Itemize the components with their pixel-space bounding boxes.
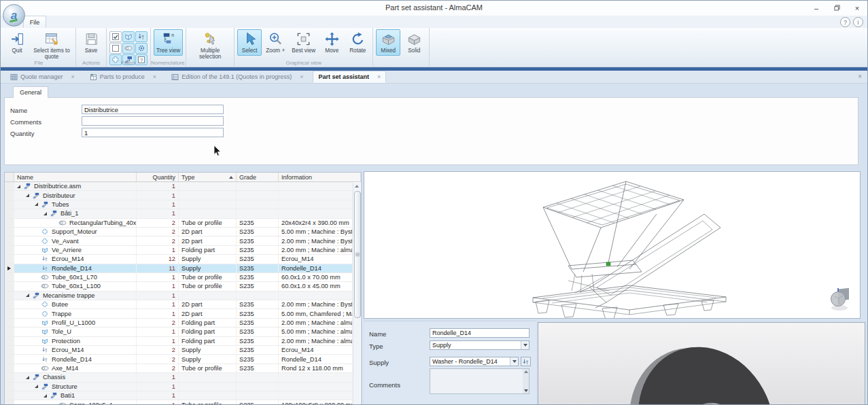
table-row-bati1[interactable]: Bati11 (5, 391, 353, 400)
table-row-tubes[interactable]: Tubes1 (5, 200, 353, 209)
ribbon-button-best-view[interactable]: Best view (289, 29, 318, 56)
ribbon-button-quit[interactable]: Quit (5, 29, 29, 56)
table-row-tube-60x1-l100[interactable]: Tube_60x1_L1001Tube or profileS23560.0x1… (5, 282, 353, 291)
expand-icon[interactable] (26, 294, 29, 297)
table-row-carre-100x5-1[interactable]: Carre_100x5_11Tube or profileS235100x100… (5, 400, 353, 405)
table-row-butee[interactable]: Butee12D partS2352.00 mm ; Machine : Bys… (5, 300, 353, 309)
type-select[interactable]: Supply (430, 340, 530, 350)
table-row-structure[interactable]: Structure1 (5, 383, 353, 391)
sort-ascending-icon (229, 176, 233, 179)
ribbon-button-select[interactable]: Select (237, 29, 262, 56)
ribbon-button-solid[interactable]: Solid (402, 29, 426, 56)
expand-icon[interactable] (35, 385, 38, 388)
app-logo[interactable]: a (3, 4, 25, 27)
comments-textarea[interactable] (430, 368, 530, 394)
filter-toggle-check-on[interactable] (109, 31, 122, 42)
column-header-grade[interactable]: Grade (237, 173, 279, 181)
tab-quote-manager[interactable]: Quote manager× (5, 71, 80, 83)
comments-field[interactable] (82, 116, 224, 126)
folding-part-icon (41, 328, 49, 335)
table-row-ecrou-m14[interactable]: Ecrou_M1412SupplyS235Ecrou_M14 (5, 255, 353, 264)
tabstrip-close-button[interactable]: × (858, 73, 862, 80)
ribbon-button-save[interactable]: Save (79, 29, 103, 56)
quantity-field[interactable] (82, 128, 224, 137)
scroll-up-button[interactable] (353, 183, 360, 190)
solid-icon (406, 31, 422, 47)
table-row-tube-60x1-l70[interactable]: Tube_60x1_L701Tube or profileS23560.0x1.… (5, 273, 353, 282)
vertical-scrollbar[interactable] (353, 183, 360, 404)
tab-general[interactable]: General (13, 86, 48, 98)
tab-part-set-assistant[interactable]: Part set assistant× (313, 71, 386, 83)
tab-close-icon[interactable]: × (377, 73, 381, 80)
close-button[interactable]: × (847, 1, 867, 15)
table-row-rectangulartubing-40x20x2-1[interactable]: RectangularTubing_40x20x2_12Tube or prof… (5, 219, 353, 228)
column-header-info[interactable]: Information (279, 173, 361, 181)
ribbon-group-file: QuitSelect items to quoteFile (2, 28, 76, 67)
ribbon-button-mixed[interactable]: Mixed (376, 29, 400, 56)
table-row-tole-u[interactable]: Tole_U1Folding partS2355.00 mm ; Machine… (5, 328, 353, 336)
scroll-thumb[interactable] (354, 191, 361, 318)
expand-icon[interactable] (44, 212, 47, 215)
document-tab-bar: Quote manager×Parts to produce×Edition o… (1, 71, 867, 84)
table-row-ve-arriere[interactable]: Ve_Arriere1Folding partS2352.00 mm ; Mac… (5, 246, 353, 255)
expand-icon[interactable] (26, 194, 29, 197)
tab-close-icon[interactable]: × (153, 73, 156, 80)
tab-close-icon[interactable]: × (71, 73, 75, 80)
row-selector (5, 255, 14, 263)
textarea-scrollbar[interactable] (523, 369, 529, 393)
ribbon-button-zoom[interactable]: Zoom + (263, 29, 288, 56)
tab-edition-of-the-149-1-quotes-in-progress[interactable]: Edition of the 149.1 (Quotes in progress… (166, 71, 309, 83)
info-button[interactable]: i (853, 17, 863, 27)
column-header-name[interactable]: Name (14, 173, 137, 181)
table-row-distributrice-asm[interactable]: Distributrice.asm1 (5, 182, 353, 191)
filter-toggle-supply[interactable] (135, 31, 147, 42)
table-row-support-moteur[interactable]: Support_Moteur22D partS2355.00 mm ; Mach… (5, 228, 353, 236)
table-row-b-ti-1[interactable]: Bâti_11 (5, 209, 353, 218)
restore-button[interactable] (827, 1, 847, 15)
table-row-ve-avant[interactable]: Ve_Avant22D partS2352.00 mm ; Machine : … (5, 236, 353, 245)
table-row-axe-m14[interactable]: Axe_M142Tube or profileS235Rond 12 x 118… (5, 364, 353, 373)
filter-toggle-gear[interactable] (135, 43, 147, 54)
table-row-ecrou-m14[interactable]: Ecrou_M142SupplyS235Ecrou_M14 (5, 346, 353, 355)
ribbon-button-select-items-to-quote[interactable]: Select items to quote (31, 29, 73, 62)
quit-icon (10, 31, 25, 47)
expand-icon[interactable] (17, 185, 20, 188)
part-preview-3d[interactable] (538, 322, 865, 405)
table-row-mecanisme-trappe[interactable]: Mecanisme trappe1 (5, 292, 353, 300)
column-header-type[interactable]: Type (179, 173, 237, 181)
ribbon-button-rotate[interactable]: Rotate (345, 29, 370, 56)
minimize-button[interactable]: – (806, 1, 827, 15)
table-row-protection[interactable]: Protection1Folding partS2352.00 mm ; Mac… (5, 337, 353, 346)
ribbon-button-multiple-selection[interactable]: Multiple selection (189, 29, 231, 62)
assembly-icon (50, 210, 58, 217)
table-row-trappe[interactable]: Trappe12D partS2355.00 mm, Chamfered ; M… (5, 309, 353, 318)
filter-toggle-tube[interactable] (122, 43, 135, 54)
table-row-rondelle-d14[interactable]: Rondelle_D1411SupplyS235Rondelle_D14 (5, 264, 353, 273)
tab-parts-to-produce[interactable]: Parts to produce× (84, 71, 162, 83)
filter-toggle-folding-part[interactable] (122, 31, 135, 42)
expand-icon[interactable] (44, 394, 47, 398)
name-field[interactable] (82, 105, 224, 114)
table-row-rondelle-d14[interactable]: Rondelle_D142SupplyS235Rondelle_D14 (5, 355, 353, 364)
rotate-icon (350, 31, 366, 47)
view-cube[interactable] (829, 286, 852, 311)
viewport-3d[interactable] (364, 171, 861, 319)
ribbon-group-filters: ?Filters (107, 28, 151, 67)
help-button[interactable]: ? (840, 17, 850, 27)
ribbon-button-move[interactable]: Move (319, 29, 344, 56)
table-row-distributeur[interactable]: Distributeur1 (5, 191, 353, 200)
supply-icon (137, 33, 145, 41)
assembly-icon (41, 383, 49, 390)
column-header-qty[interactable]: Quantity (137, 173, 179, 181)
table-row-chassis[interactable]: Chassis1 (5, 373, 353, 382)
table-row-profil-u-l1000[interactable]: Profil_U_L10002Folding partS2352.00 mm ;… (5, 319, 353, 328)
filter-toggle-check-off[interactable] (109, 43, 122, 54)
expand-icon[interactable] (35, 202, 38, 206)
supply-picker-button[interactable] (521, 357, 531, 366)
tab-close-icon[interactable]: × (300, 73, 303, 80)
expand-icon[interactable] (26, 376, 29, 379)
tab-file[interactable]: File (23, 16, 46, 28)
supply-select[interactable]: Washer - Rondelle_D14 (430, 357, 519, 366)
detail-name-field[interactable] (430, 328, 530, 338)
ribbon-button-tree-view[interactable]: nTree view (154, 29, 183, 56)
